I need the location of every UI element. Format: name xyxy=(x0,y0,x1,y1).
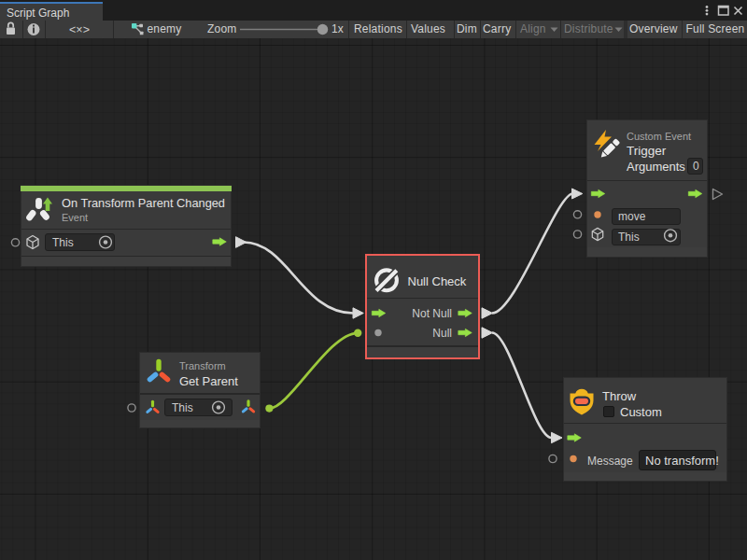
svg-text:<×>: <×> xyxy=(69,23,90,36)
